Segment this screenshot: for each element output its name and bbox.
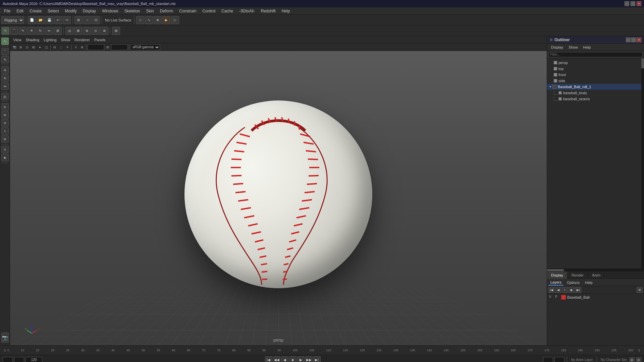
layer-color-swatch[interactable] [561, 295, 566, 300]
tab-render[interactable]: Render [568, 272, 588, 279]
outliner-menu-help[interactable]: Help [581, 45, 594, 50]
joint-tool-button[interactable]: ⊙ [92, 27, 100, 35]
tab-display[interactable]: Display [547, 272, 568, 279]
open-scene-button[interactable]: 📂 [37, 16, 45, 24]
viewport[interactable]: View Shading Lighting Show Renderer Pane… [10, 36, 547, 345]
playback-out-input[interactable]: 200 [554, 357, 565, 362]
rotate-tool-button[interactable]: ↻ [36, 27, 44, 35]
timeline[interactable]: 1 5 10 15 20 25 30 35 40 45 50 55 60 65 … [0, 345, 644, 355]
tab-anim[interactable]: Anim [588, 272, 605, 279]
tree-expand-baseball[interactable]: ▼ [548, 85, 552, 89]
tree-item-persp[interactable]: persp [547, 60, 641, 66]
char-set-options[interactable]: ⊟ [636, 357, 641, 362]
playback-end-input[interactable]: 120 [543, 357, 553, 362]
textured-button[interactable]: ◫ [43, 44, 49, 50]
outliner-minimize-button[interactable]: ─ [626, 38, 631, 42]
goto-end-button[interactable]: ▶| [313, 356, 321, 362]
isolate-button[interactable]: ◉ [1, 154, 9, 161]
xray-button[interactable]: ⊡ [1, 146, 9, 153]
outliner-left-button[interactable]: ⊞ [1, 135, 9, 143]
menu-constrain[interactable]: Constrain [176, 8, 199, 14]
subtab-options[interactable]: Options [565, 280, 582, 285]
char-set-button[interactable]: ⊞ [629, 357, 635, 362]
layer-nav-prev[interactable]: ◀ [555, 287, 561, 293]
outliner-menu-show[interactable]: Show [566, 45, 581, 50]
snap-curve-button[interactable]: ∿ [145, 16, 153, 24]
select-by-component-button[interactable]: ⊡ [92, 16, 100, 24]
ipr-button[interactable]: ▷ [171, 16, 179, 24]
layer-editor-button[interactable]: ⊟ [1, 103, 9, 111]
menu-edit[interactable]: Edit [14, 8, 26, 14]
menu-display[interactable]: Display [80, 8, 99, 14]
paint-sel-button[interactable]: ✎ [1, 56, 9, 63]
outliner-maximize-button[interactable]: □ [631, 38, 636, 42]
menu-cache[interactable]: Cache [219, 8, 236, 14]
paint-select-button[interactable]: ✎ [19, 27, 27, 35]
close-button[interactable]: ✕ [637, 1, 641, 6]
render-button[interactable]: ▶ [162, 16, 170, 24]
wireframe-on-shade-button[interactable]: ⊟ [52, 44, 58, 50]
rotate-left-button[interactable]: ↻ [1, 74, 9, 82]
transform-tool-button[interactable]: ⊞ [54, 27, 62, 35]
wireframe-button[interactable]: ⊠ [31, 44, 37, 50]
attr-editor-button[interactable]: ⊞ [1, 111, 9, 119]
frame-all-button[interactable]: ⊞ [18, 44, 24, 50]
tree-item-side[interactable]: side [547, 78, 641, 84]
soft-sel-button[interactable]: ◎ [1, 93, 9, 100]
snap-point-button[interactable]: ⊕ [154, 16, 162, 24]
menu-3dtoall[interactable]: -3DtoAll- [236, 8, 258, 14]
menu-redshift[interactable]: Redshift [258, 8, 278, 14]
tree-item-baseball-seams[interactable]: baseball_seams [547, 96, 641, 102]
hud-button[interactable]: ⊕ [79, 44, 85, 50]
camera-selector-button[interactable]: 📷 [11, 44, 17, 50]
vp-menu-panels[interactable]: Panels [92, 37, 108, 43]
cluster-button[interactable]: ⊛ [83, 27, 91, 35]
menu-control[interactable]: Control [200, 8, 218, 14]
minimize-button[interactable]: ─ [625, 1, 629, 6]
current-frame-input[interactable]: 1 [3, 357, 13, 362]
layer-new[interactable]: + [562, 287, 568, 293]
select-tool-button[interactable]: ↖ [1, 27, 9, 35]
smooth-shade-button[interactable]: ● [37, 44, 43, 50]
vp-menu-shading[interactable]: Shading [24, 37, 41, 43]
outliner-search-input[interactable] [548, 52, 643, 57]
menu-create[interactable]: Create [27, 8, 44, 14]
tree-item-top[interactable]: top [547, 66, 641, 72]
save-scene-button[interactable]: 💾 [45, 16, 53, 24]
focal-length-input[interactable]: 1.00 [111, 44, 128, 50]
mode-dropdown[interactable]: Rigging [1, 16, 24, 24]
menu-select[interactable]: Select [45, 8, 61, 14]
lasso-tool-button[interactable]: ⌒ [10, 27, 18, 35]
frame-start-input[interactable]: 1 [14, 357, 24, 362]
soft-mod-button[interactable]: ◎ [65, 27, 73, 35]
select-mode-button[interactable]: ↖ [1, 38, 9, 45]
layer-nav-next[interactable]: ▶ [569, 287, 575, 293]
scale-tool-button[interactable]: ⇔ [45, 27, 53, 35]
maximize-button[interactable]: □ [631, 1, 635, 6]
tree-item-baseball-ndl[interactable]: ▼ Baseball_Ball_ndl_1 [547, 84, 641, 90]
snap-grid-button[interactable]: ⊹ [136, 16, 144, 24]
xray-vi-button[interactable]: ◌ [58, 44, 64, 50]
layer-nav-first[interactable]: |◀ [548, 287, 554, 293]
menu-deform[interactable]: Deform [157, 8, 176, 14]
menu-help[interactable]: Help [279, 8, 293, 14]
layer-options[interactable]: ⚙ [637, 287, 643, 293]
undo-button[interactable]: ↩ [54, 16, 62, 24]
layer-playback-p[interactable]: P [555, 295, 560, 300]
tree-item-baseball-body[interactable]: baseball_body [547, 90, 641, 96]
lasso-select-button[interactable]: ⌒ [1, 48, 9, 55]
outliner-scrollbar[interactable] [641, 58, 644, 268]
tree-item-front[interactable]: front [547, 72, 641, 78]
play-back-button[interactable]: ◀ [281, 356, 288, 362]
new-scene-button[interactable]: 📄 [28, 16, 36, 24]
vp-menu-view[interactable]: View [11, 37, 23, 43]
step-back-button[interactable]: ◀◀ [273, 356, 280, 362]
stop-button[interactable]: ■ [289, 356, 297, 362]
outliner-close-button[interactable]: ✕ [637, 38, 641, 42]
viewport-canvas[interactable]: X Y Z persp [10, 51, 547, 345]
vp-menu-show[interactable]: Show [59, 37, 72, 43]
frame-sel-button[interactable]: ⊡ [24, 44, 30, 50]
redo-button[interactable]: ↪ [63, 16, 71, 24]
menu-skin[interactable]: Skin [144, 8, 157, 14]
scale-left-button[interactable]: ⇔ [1, 82, 9, 90]
